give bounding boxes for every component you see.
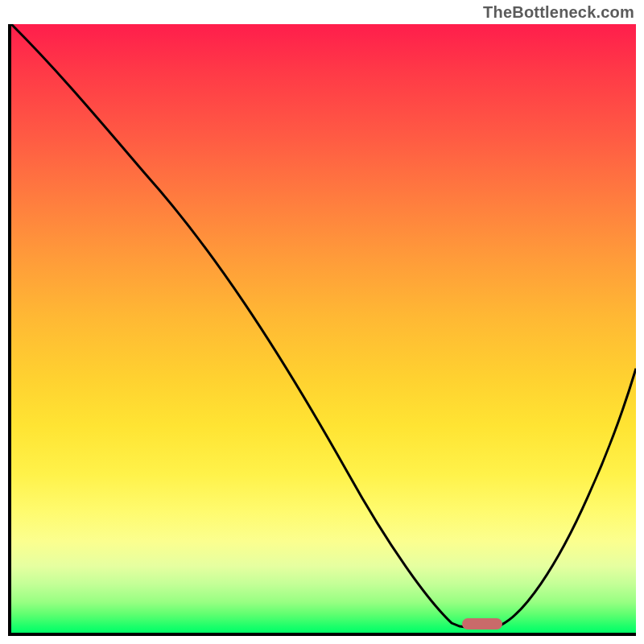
bottleneck-curve [11,24,636,633]
optimal-marker [462,618,502,630]
chart-frame [8,24,636,636]
watermark-text: TheBottleneck.com [483,3,634,22]
